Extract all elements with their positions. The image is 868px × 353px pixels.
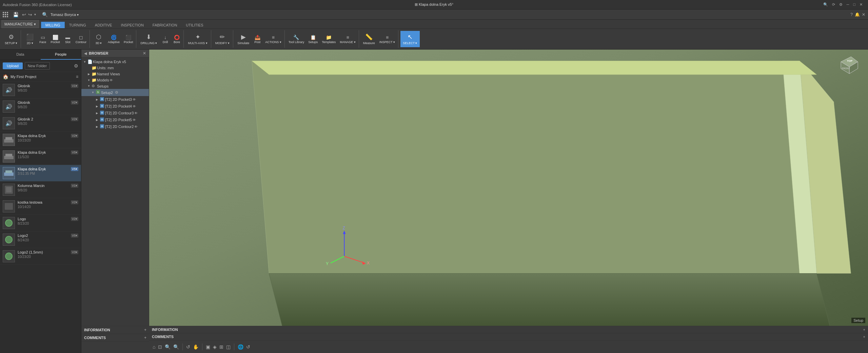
measure-btn[interactable]: 📏 Measure [361, 31, 377, 47]
viewport-canvas[interactable]: Z X Y TOP [149, 50, 868, 326]
version-badge[interactable]: V2▾ [71, 134, 78, 138]
tree-item-op2[interactable]: ▶ [T2] 2D Pocket4 👁 [81, 103, 149, 110]
close-button[interactable]: ✕ [860, 2, 863, 7]
modify-btn[interactable]: ✏ MODIFY ▾ [213, 31, 232, 47]
people-tab[interactable]: People [41, 50, 81, 60]
section-analysis-icon[interactable]: ◫ [225, 343, 231, 350]
information-expand-icon[interactable]: + [863, 328, 865, 332]
tree-item-named-views[interactable]: ▶ 📁 Named Views [81, 71, 149, 77]
view-cube[interactable]: TOP FRONT [837, 55, 861, 79]
simulate-btn[interactable]: ▶ Simulate [235, 31, 251, 47]
browser-close-icon[interactable]: ✕ [143, 51, 146, 56]
list-item[interactable]: Klapa dolna Eryk 11/5/20 V5▾ [0, 148, 81, 165]
adaptive-btn[interactable]: 🌀 Adaptive [106, 31, 121, 47]
tree-toggle[interactable]: ▼ [83, 60, 87, 64]
select-btn[interactable]: ↖ SELECT ▾ [400, 31, 419, 47]
tree-toggle[interactable]: ▶ [95, 104, 99, 108]
setup-btn[interactable]: ⚙ SETUP ▾ [3, 31, 19, 47]
bottom-info-expand-icon[interactable]: + [144, 328, 146, 332]
project-menu-icon[interactable]: ≡ [76, 74, 78, 79]
list-item[interactable]: kostka testowa 10/14/20 V2▾ [0, 198, 81, 215]
visual-style-icon[interactable]: ◈ [212, 343, 217, 350]
tree-item-setups[interactable]: ▼ ⚙ Setups [81, 83, 149, 89]
actions-btn[interactable]: ≡ ACTIONS ▾ [263, 31, 283, 47]
version-badge[interactable]: V5▾ [71, 150, 78, 154]
pan-icon[interactable]: ✋ [192, 343, 199, 350]
comments-expand-icon[interactable]: + [863, 335, 865, 339]
viewport[interactable]: Z X Y TOP [149, 50, 868, 326]
fit-view-icon[interactable]: ⊡ [157, 343, 163, 350]
data-tab[interactable]: Data [0, 50, 41, 60]
list-item[interactable]: 🔊 Głośnik 2 9/8/20 V2▾ [0, 115, 81, 132]
tree-toggle[interactable]: ▶ [95, 125, 99, 129]
list-item[interactable]: Logo2 (1,5mm) 10/23/20 V3▾ [0, 248, 81, 265]
tree-item-op5[interactable]: ▶ [T2] 2D Contour2 👁 [81, 123, 149, 130]
tab-turning[interactable]: TURNING [65, 22, 91, 28]
2d-pocket-btn[interactable]: ⬛ 2D ▾ [23, 31, 37, 47]
tree-item-op3[interactable]: ▶ [T2] 2D Contour3 👁 [81, 110, 149, 116]
inspect-btn[interactable]: ≡ INSPECT ▾ [378, 31, 397, 47]
post-btn[interactable]: 📤 Post [252, 31, 263, 47]
version-badge[interactable]: V2▾ [71, 100, 78, 105]
pocket-btn[interactable]: ⬜ Pocket [49, 31, 62, 47]
version-badge[interactable]: V5▾ [71, 167, 78, 171]
manage-templates-btn[interactable]: 📁 Templates [320, 31, 337, 47]
search-icon[interactable]: 🔍 [823, 2, 828, 7]
browser-toggle-icon[interactable]: ◀ [84, 51, 87, 56]
save-icon[interactable]: 💾 [13, 12, 19, 17]
manage-btn[interactable]: ≡ MANAGE ▾ [338, 31, 357, 47]
visibility-icon[interactable]: 👁 [133, 98, 136, 101]
list-item-active[interactable]: Klapa dolna Eryk 3:51:35 PM V5▾ [0, 165, 81, 182]
drilling-btn[interactable]: ⬇ DRILLING ▾ [138, 31, 159, 47]
zoom-in-icon[interactable]: 🔍 [164, 343, 171, 350]
help-icon[interactable]: ? [850, 12, 853, 17]
visibility-icon[interactable]: 👁 [134, 125, 138, 129]
slot-btn[interactable]: ▬ Slot [62, 31, 73, 47]
tree-toggle[interactable]: ▶ [95, 97, 99, 101]
list-item[interactable]: 🔊 Głośnik 9/8/20 V2▾ [0, 98, 81, 115]
version-badge[interactable]: V2▾ [71, 200, 78, 204]
upload-button[interactable]: Upload [3, 62, 23, 69]
visibility-icon[interactable]: 👁 [110, 78, 113, 82]
panel-settings-icon[interactable]: ⚙ [74, 63, 78, 69]
3d-btn[interactable]: ⬡ 3D ▾ [92, 31, 105, 47]
tree-item-units[interactable]: 📁 Units: mm [81, 65, 149, 71]
drill-btn[interactable]: ↓ Drill [160, 31, 171, 47]
list-item[interactable]: Logo 8/23/20 V2▾ [0, 215, 81, 231]
setup-settings-icon[interactable]: ⚙ [115, 90, 118, 95]
list-item[interactable]: 🔊 Głośnik 9/8/20 V1▾ [0, 82, 81, 98]
visibility-icon[interactable]: 👁 [133, 118, 136, 122]
grid-icon[interactable]: ⊞ [219, 343, 224, 350]
version-badge[interactable]: V2▾ [71, 217, 78, 221]
tool-library-btn[interactable]: 🔧 Tool Library [287, 31, 306, 47]
tree-toggle[interactable]: ▼ [91, 91, 95, 95]
home-view-icon[interactable]: ⌂ [152, 343, 156, 350]
search-help-icon[interactable]: 🔍 [42, 12, 48, 17]
tab-utilities[interactable]: UTILITIES [181, 22, 208, 28]
list-item[interactable]: Klapa dolna Eryk 10/23/20 V2▾ [0, 132, 81, 148]
version-badge[interactable]: V3▾ [71, 250, 78, 254]
visibility-icon[interactable]: 👁 [133, 105, 136, 108]
reset-icon[interactable]: ↺ [245, 343, 251, 350]
undo-history-dropdown[interactable]: ▾ [34, 12, 37, 17]
tab-additive[interactable]: ADDITIVE [91, 22, 117, 28]
display-mode-icon[interactable]: ▣ [205, 343, 211, 350]
tab-fabrication[interactable]: FABRICATION [148, 22, 182, 28]
tree-item-op1[interactable]: ▶ [T2] 2D Pocket3 👁 [81, 96, 149, 103]
undo-button[interactable]: ↩ [21, 11, 27, 18]
tree-item-root[interactable]: ▼ 📄 Klapa dolna Eryk v5 [81, 59, 149, 65]
settings-icon[interactable]: ⚙ [839, 2, 843, 7]
list-item[interactable]: Kolumna Marcin 9/8/20 V1▾ [0, 182, 81, 198]
notification-icon[interactable]: 🔔 [855, 12, 860, 17]
visibility-icon[interactable]: 👁 [134, 111, 138, 115]
tree-item-op4[interactable]: ▶ [T2] 2D Pocket5 👁 [81, 116, 149, 123]
minimize-button[interactable]: ─ [847, 2, 849, 7]
new-folder-button[interactable]: New Folder [25, 62, 50, 70]
app-grid-icon[interactable] [3, 12, 8, 17]
version-badge[interactable]: V1▾ [71, 184, 78, 188]
tree-toggle[interactable]: ▶ [87, 72, 91, 76]
face-btn[interactable]: ▭ Face [37, 31, 48, 47]
tree-toggle[interactable]: ▼ [87, 84, 91, 88]
version-badge[interactable]: V2▾ [71, 117, 78, 121]
version-badge[interactable]: V5▾ [71, 234, 78, 238]
